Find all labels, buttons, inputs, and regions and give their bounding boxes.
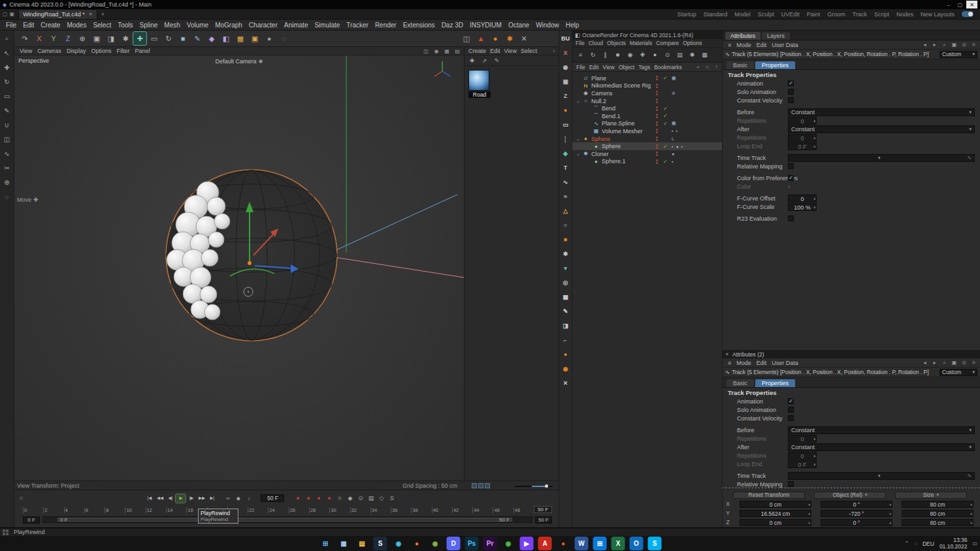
premiere-icon[interactable]: Pr xyxy=(483,537,497,550)
octane-logo-icon[interactable]: ◉ xyxy=(560,363,571,374)
pen-tool-icon[interactable]: ✎ xyxy=(1,105,13,116)
history-back-icon[interactable]: ◂ xyxy=(921,42,928,48)
keyframe-selection-button[interactable]: ◆ xyxy=(346,494,354,503)
object-manager-menu-item[interactable]: File xyxy=(574,64,587,71)
start-button[interactable]: ⊞ xyxy=(319,537,333,550)
playback-mode-button[interactable]: ∞ xyxy=(223,494,232,503)
menubar-item[interactable]: Simulate xyxy=(311,22,343,29)
viewport-options-icon[interactable]: ▤ xyxy=(453,48,461,55)
expand-icon[interactable]: ⌄ xyxy=(576,136,582,142)
object-tags[interactable]: ▪ ● ▪ xyxy=(672,144,719,149)
object-row[interactable]: ⌄ ✱ Cloner ● xyxy=(572,150,722,158)
camera-icon[interactable]: ◉ xyxy=(560,61,571,72)
object-manager-menu-item[interactable]: Edit xyxy=(587,64,601,71)
position-mode-dropdown[interactable]: Object (Rel)▾ xyxy=(814,492,886,499)
property-checkbox[interactable] xyxy=(788,215,794,221)
record-rotation-button[interactable]: ● xyxy=(325,494,333,503)
next-frame-button[interactable]: |▶ xyxy=(186,494,196,503)
lod-slider[interactable] xyxy=(515,486,553,487)
layout-grid-icon[interactable] xyxy=(3,529,8,535)
material-tile[interactable]: Road xyxy=(468,70,491,98)
range-start-field[interactable]: 0 F xyxy=(23,516,40,524)
maximize-button[interactable]: ▢ xyxy=(955,1,966,8)
attr-menu-mode[interactable]: Mode xyxy=(734,360,754,366)
pin-icon[interactable]: ▣ xyxy=(951,360,958,366)
object-row[interactable]: ⌒ Bend ✓ xyxy=(572,104,722,112)
size-field[interactable]: 80 cm xyxy=(902,501,973,508)
object-manager-menu-item[interactable]: Object xyxy=(617,64,637,71)
goto-end-button[interactable]: ▶| xyxy=(207,494,217,503)
move-tool-button[interactable]: ✚ xyxy=(133,32,146,45)
xparticles-button[interactable]: ✕ xyxy=(517,32,531,45)
plane-icon[interactable]: ▭ xyxy=(560,119,571,130)
open-document-icon[interactable]: ▣ xyxy=(10,11,15,17)
property-checkbox[interactable] xyxy=(788,80,794,86)
viewport-menu-item[interactable]: Display xyxy=(64,48,89,54)
expand-icon[interactable]: ⌄ xyxy=(576,99,582,104)
goto-start-button[interactable]: |◀ xyxy=(144,494,154,503)
x-axis-lock-button[interactable]: X xyxy=(33,32,46,45)
property-checkbox[interactable] xyxy=(788,398,794,404)
history-forward-icon[interactable]: ▸ xyxy=(931,42,938,48)
bu-plugin-button[interactable]: BU xyxy=(560,33,571,44)
tab-properties[interactable]: Properties xyxy=(755,379,795,387)
layout-tab[interactable]: UVEdit xyxy=(781,11,800,18)
adobe-icon[interactable]: A xyxy=(538,537,552,550)
property-dropdown[interactable]: Constant▾ xyxy=(788,443,975,451)
size-mode-dropdown[interactable]: Size▾ xyxy=(895,492,967,499)
current-frame-field[interactable]: 50 F xyxy=(261,494,284,502)
menubar-item[interactable]: Help xyxy=(563,22,583,29)
xpresso-icon[interactable]: X xyxy=(560,47,571,58)
property-dropdown[interactable]: ▾ xyxy=(788,472,975,480)
camera-icon[interactable]: ◉ xyxy=(625,50,635,60)
layout-tab[interactable]: Model xyxy=(734,11,751,18)
snap-button[interactable]: ▣ xyxy=(248,32,261,45)
history-forward-icon[interactable]: ▸ xyxy=(931,360,938,366)
visibility-dots[interactable] xyxy=(656,121,658,126)
z-axis-lock-button[interactable]: Z xyxy=(61,32,74,45)
timeline-options-icon[interactable]: ○ xyxy=(20,495,23,501)
wrench-icon[interactable]: ⌐ xyxy=(560,334,571,345)
visibility-dots[interactable] xyxy=(656,84,658,88)
object-tags[interactable]: ● xyxy=(672,151,719,156)
viewport-grid-icon[interactable]: ▦ xyxy=(443,48,451,55)
visibility-dots[interactable] xyxy=(656,136,658,141)
mirror-tool-icon[interactable]: ◫ xyxy=(1,134,13,144)
position-field[interactable]: 16.5624 cm xyxy=(740,510,811,517)
settings-icon[interactable]: ≡ xyxy=(970,360,977,366)
lock-icon[interactable]: ⊙ xyxy=(960,360,968,366)
viewport-canvas[interactable]: Perspective Default Camera ◉ Move ✚ xyxy=(14,55,464,480)
text-icon[interactable]: T xyxy=(560,162,571,173)
menubar-item[interactable]: Tracker xyxy=(343,22,372,29)
edit-material-button[interactable]: ✎ xyxy=(493,56,501,65)
search-icon[interactable]: ⌕ xyxy=(941,42,948,48)
visibility-dots[interactable] xyxy=(656,91,658,95)
minimize-button[interactable]: – xyxy=(943,1,954,8)
reset-transform-button[interactable]: Reset Transform xyxy=(733,492,805,499)
expand-icon[interactable]: ⌄ xyxy=(576,151,582,157)
chrome-icon[interactable]: ◉ xyxy=(429,537,442,550)
overflow-icon[interactable]: › xyxy=(551,48,557,54)
panel-menu-icon[interactable]: ≡ xyxy=(725,360,734,366)
sculpt-tool-icon[interactable]: ◌ xyxy=(1,191,13,202)
octane-flame-button[interactable]: ▲ xyxy=(474,32,487,45)
object-tags[interactable]: ▦ xyxy=(672,121,719,126)
store-icon[interactable]: ⊞ xyxy=(593,537,607,550)
layout-tab[interactable]: Startup xyxy=(678,11,696,18)
octane-menu-item[interactable]: Options xyxy=(681,40,704,46)
view-label[interactable]: Perspective xyxy=(18,57,49,64)
menubar-item[interactable]: Tools xyxy=(114,22,136,29)
redo-icon[interactable]: ↷ xyxy=(18,32,31,45)
object-row[interactable]: ▱ Plane ✓ ▦ xyxy=(572,74,722,82)
file-explorer-icon[interactable]: ▤ xyxy=(355,537,369,550)
octane-ball-icon[interactable]: ● xyxy=(560,104,571,116)
firefox-icon[interactable]: ● xyxy=(410,537,424,550)
pin-icon[interactable]: ▣ xyxy=(951,42,958,48)
photoshop-icon[interactable]: Ps xyxy=(465,537,479,550)
viewport-menu-item[interactable]: View xyxy=(17,48,35,54)
enabled-check-icon[interactable]: ✓ xyxy=(663,144,670,150)
line-icon[interactable]: │ xyxy=(560,133,571,144)
object-manager-menu-item[interactable]: View xyxy=(600,64,616,71)
subdivision-surface-button[interactable]: ◆ xyxy=(205,32,218,45)
property-number-field[interactable]: 0 xyxy=(788,435,817,443)
